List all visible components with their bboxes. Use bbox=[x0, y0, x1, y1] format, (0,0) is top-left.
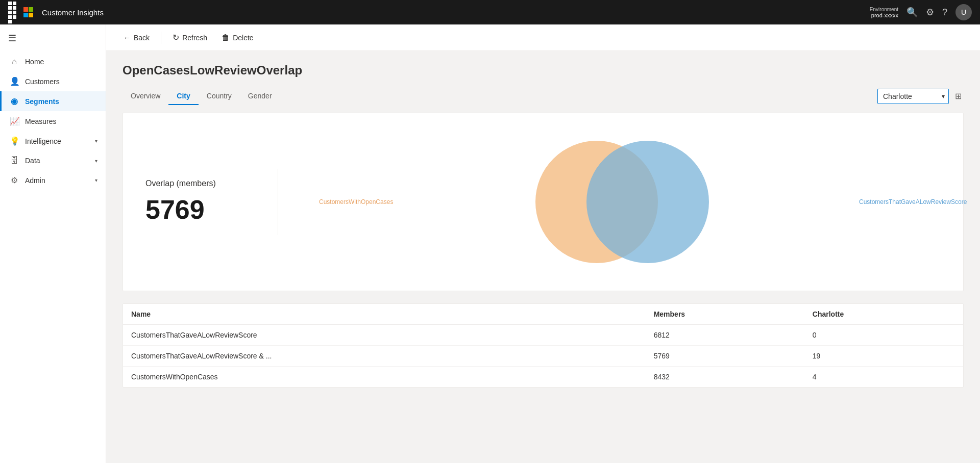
filter-icon: ⊞ bbox=[955, 92, 962, 100]
cell-members: 5769 bbox=[646, 346, 804, 367]
chevron-down-icon: ▾ bbox=[95, 158, 97, 164]
page-title: OpenCasesLowReviewOverlap bbox=[122, 63, 964, 78]
tab-city[interactable]: City bbox=[168, 88, 198, 105]
topnav: Customer Insights Environment prod-xxxxx… bbox=[0, 0, 980, 24]
filter-button[interactable]: ⊞ bbox=[953, 89, 964, 103]
cell-name: CustomersThatGaveALowReviewScore bbox=[123, 325, 646, 346]
svg-point-1 bbox=[586, 141, 709, 263]
sidebar: ☰ ⌂ Home 👤 Customers ◉ Segments 📈 Measur… bbox=[0, 24, 106, 463]
back-button[interactable]: ← Back bbox=[118, 31, 155, 45]
table-row: CustomersThatGaveALowReviewScore & ... 5… bbox=[123, 346, 963, 367]
cell-charlotte: 19 bbox=[804, 346, 963, 367]
cell-members: 6812 bbox=[646, 325, 804, 346]
sidebar-item-measures[interactable]: 📈 Measures bbox=[0, 111, 106, 131]
data-icon: 🗄 bbox=[10, 156, 19, 165]
sidebar-item-intelligence[interactable]: 💡 Intelligence ▾ bbox=[0, 131, 106, 151]
page-content: OpenCasesLowReviewOverlap Overview City … bbox=[106, 51, 980, 463]
cell-members: 8432 bbox=[646, 367, 804, 388]
tab-country[interactable]: Country bbox=[199, 88, 240, 105]
settings-icon[interactable]: ⚙ bbox=[926, 7, 934, 18]
chevron-down-icon: ▾ bbox=[95, 138, 97, 144]
toolbar-divider bbox=[161, 32, 161, 44]
delete-button[interactable]: 🗑 Delete bbox=[216, 30, 258, 45]
admin-icon: ⚙ bbox=[10, 175, 19, 185]
refresh-icon: ↻ bbox=[173, 33, 179, 42]
tabs-list: Overview City Country Gender bbox=[122, 88, 877, 105]
col-header-name: Name bbox=[123, 304, 646, 325]
toolbar: ← Back ↻ Refresh 🗑 Delete bbox=[106, 24, 980, 51]
venn-svg bbox=[518, 125, 712, 278]
data-table-wrapper: Name Members Charlotte CustomersThatGave… bbox=[122, 303, 964, 388]
content-area: ← Back ↻ Refresh 🗑 Delete OpenCasesLowRe… bbox=[106, 24, 980, 463]
search-icon[interactable]: 🔍 bbox=[906, 7, 918, 18]
sidebar-item-segments[interactable]: ◉ Segments bbox=[0, 91, 106, 111]
tabs-filter-area: Charlotte New York Los Angeles Chicago H… bbox=[877, 89, 964, 104]
data-table: Name Members Charlotte CustomersThatGave… bbox=[123, 304, 963, 387]
intelligence-icon: 💡 bbox=[10, 136, 19, 146]
refresh-button[interactable]: ↻ Refresh bbox=[167, 30, 212, 45]
help-icon[interactable]: ? bbox=[942, 7, 947, 18]
venn-right-label: CustomersThatGaveALowReviewScore bbox=[859, 198, 920, 205]
table-row: CustomersWithOpenCases 8432 4 bbox=[123, 367, 963, 388]
col-header-members: Members bbox=[646, 304, 804, 325]
cell-name: CustomersThatGaveALowReviewScore & ... bbox=[123, 346, 646, 367]
sidebar-item-data[interactable]: 🗄 Data ▾ bbox=[0, 151, 106, 170]
sidebar-item-admin[interactable]: ⚙ Admin ▾ bbox=[0, 170, 106, 190]
cell-name: CustomersWithOpenCases bbox=[123, 367, 646, 388]
sidebar-item-customers[interactable]: 👤 Customers bbox=[0, 71, 106, 91]
tabs-row: Overview City Country Gender Ch bbox=[122, 88, 964, 105]
overlap-label: Overlap (members) bbox=[145, 179, 216, 188]
city-filter-dropdown[interactable]: Charlotte New York Los Angeles Chicago H… bbox=[877, 89, 949, 104]
sidebar-menu-icon[interactable]: ☰ bbox=[0, 29, 106, 52]
chart-area: Overlap (members) 5769 CustomersWithOpen… bbox=[122, 113, 964, 291]
app-title: Customer Insights bbox=[42, 8, 104, 17]
table-row: CustomersThatGaveALowReviewScore 6812 0 bbox=[123, 325, 963, 346]
col-header-charlotte: Charlotte bbox=[804, 304, 963, 325]
sidebar-item-home[interactable]: ⌂ Home bbox=[0, 52, 106, 71]
city-filter-dropdown-wrapper: Charlotte New York Los Angeles Chicago H… bbox=[877, 89, 949, 104]
microsoft-logo bbox=[23, 7, 34, 17]
delete-icon: 🗑 bbox=[222, 33, 230, 42]
waffle-menu-icon[interactable] bbox=[8, 2, 17, 23]
back-arrow-icon: ← bbox=[124, 34, 131, 42]
avatar[interactable]: U bbox=[955, 4, 972, 20]
cell-charlotte: 4 bbox=[804, 367, 963, 388]
measures-icon: 📈 bbox=[10, 116, 19, 126]
venn-left-label: CustomersWithOpenCases bbox=[319, 198, 370, 205]
overlap-number: 5769 bbox=[145, 194, 205, 225]
venn-diagram: CustomersWithOpenCases CustomersThatGave… bbox=[278, 125, 951, 278]
home-icon: ⌂ bbox=[10, 57, 19, 66]
tab-gender[interactable]: Gender bbox=[240, 88, 280, 105]
topnav-right: Environment prod-xxxxx 🔍 ⚙ ? U bbox=[870, 4, 972, 20]
segments-icon: ◉ bbox=[10, 96, 19, 106]
cell-charlotte: 0 bbox=[804, 325, 963, 346]
environment-info: Environment prod-xxxxx bbox=[870, 7, 898, 18]
overlap-stats: Overlap (members) 5769 bbox=[135, 169, 278, 235]
chevron-down-icon: ▾ bbox=[95, 177, 97, 183]
customers-icon: 👤 bbox=[10, 76, 19, 86]
tab-overview[interactable]: Overview bbox=[122, 88, 168, 105]
